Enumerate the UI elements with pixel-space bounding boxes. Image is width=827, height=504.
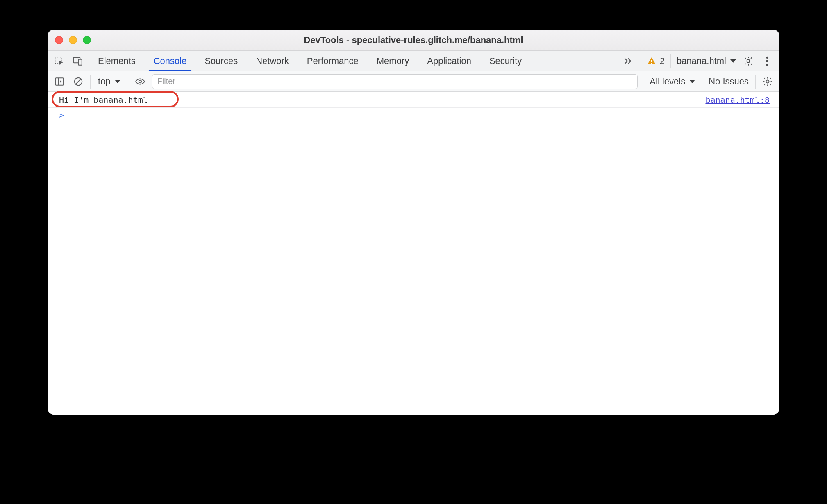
svg-rect-3 — [651, 60, 652, 62]
live-expression-icon[interactable] — [133, 75, 147, 89]
separator — [670, 54, 671, 68]
tab-label: Application — [427, 56, 471, 66]
svg-point-8 — [766, 64, 768, 66]
clear-console-icon[interactable] — [71, 75, 85, 89]
titlebar: DevTools - speculative-rules.glitch.me/b… — [48, 30, 779, 51]
tab-application[interactable]: Application — [418, 51, 480, 71]
chevron-down-icon — [115, 80, 120, 83]
panel-tabs: Elements Console Sources Network Perform… — [89, 51, 531, 71]
tab-label: Network — [256, 56, 289, 66]
more-tabs-icon[interactable] — [622, 54, 635, 68]
tabstrip-right-tools: 2 banana.html — [619, 51, 779, 71]
inspect-element-icon[interactable] — [52, 54, 66, 68]
svg-rect-4 — [651, 63, 652, 64]
svg-line-12 — [76, 79, 81, 84]
chevron-down-icon — [689, 80, 695, 83]
more-options-icon[interactable] — [761, 54, 774, 68]
separator — [128, 75, 128, 89]
settings-icon[interactable] — [742, 54, 755, 68]
target-context-selector[interactable]: banana.html — [677, 56, 736, 66]
tab-label: Console — [154, 56, 187, 66]
svg-point-14 — [766, 80, 769, 83]
source-link[interactable]: banana.html:8 — [705, 95, 770, 105]
tab-performance[interactable]: Performance — [298, 51, 368, 71]
console-body: Hi I'm banana.html banana.html:8 > — [48, 92, 779, 415]
issues-indicator[interactable]: No Issues — [707, 76, 750, 87]
window-controls — [55, 30, 91, 50]
tab-network[interactable]: Network — [247, 51, 298, 71]
log-levels-selector[interactable]: All levels — [648, 76, 697, 87]
window-title: DevTools - speculative-rules.glitch.me/b… — [48, 35, 779, 45]
tab-elements[interactable]: Elements — [89, 51, 145, 71]
warning-count: 2 — [660, 56, 665, 66]
toggle-sidebar-icon[interactable] — [52, 75, 66, 89]
console-prompt-row[interactable]: > — [48, 108, 779, 123]
prompt-caret-icon: > — [59, 110, 64, 120]
log-levels-label: All levels — [650, 76, 685, 87]
target-context-label: banana.html — [677, 56, 726, 66]
tab-label: Memory — [377, 56, 409, 66]
tab-sources[interactable]: Sources — [195, 51, 247, 71]
console-toolbar: top All levels No Issues — [48, 71, 779, 92]
svg-point-5 — [747, 59, 750, 62]
devtools-window: DevTools - speculative-rules.glitch.me/b… — [48, 30, 779, 415]
svg-rect-2 — [78, 59, 82, 65]
warnings-indicator[interactable]: 2 — [647, 56, 665, 66]
zoom-window-button[interactable] — [83, 36, 91, 44]
warning-icon — [647, 56, 657, 66]
separator — [641, 54, 641, 68]
console-log-row[interactable]: Hi I'm banana.html banana.html:8 — [48, 92, 779, 108]
log-text: Hi I'm banana.html — [59, 95, 148, 105]
console-log-message: Hi I'm banana.html — [59, 95, 148, 105]
separator — [90, 75, 91, 89]
execution-context-label: top — [98, 76, 111, 87]
device-toolbar-icon[interactable] — [71, 54, 84, 68]
tab-security[interactable]: Security — [480, 51, 531, 71]
svg-rect-9 — [55, 78, 64, 85]
filter-input[interactable] — [152, 74, 638, 89]
separator — [643, 75, 643, 89]
tab-label: Elements — [98, 56, 136, 66]
svg-point-7 — [766, 60, 768, 62]
tab-label: Performance — [307, 56, 359, 66]
svg-point-6 — [766, 56, 768, 58]
console-settings-icon[interactable] — [761, 75, 775, 89]
close-window-button[interactable] — [55, 36, 63, 44]
tab-memory[interactable]: Memory — [368, 51, 418, 71]
tabstrip-left-tools — [48, 51, 89, 71]
tab-console[interactable]: Console — [145, 51, 196, 71]
issues-label: No Issues — [709, 76, 749, 86]
tab-label: Security — [489, 56, 522, 66]
minimize-window-button[interactable] — [69, 36, 77, 44]
separator — [702, 75, 702, 89]
separator — [755, 75, 756, 89]
tab-label: Sources — [204, 56, 238, 66]
chevron-down-icon — [730, 59, 736, 63]
execution-context-selector[interactable]: top — [95, 76, 123, 87]
panel-tabstrip: Elements Console Sources Network Perform… — [48, 51, 779, 71]
svg-point-13 — [139, 80, 141, 83]
